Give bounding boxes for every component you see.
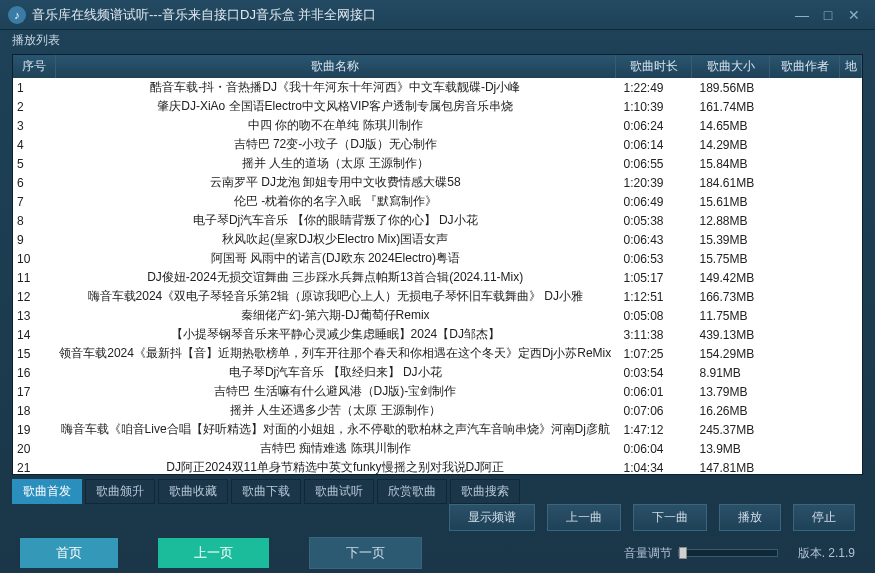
cell-author bbox=[770, 211, 840, 230]
table-row[interactable]: 16电子琴Dj汽车音乐 【取经归来】 DJ小花0:03:548.91MB bbox=[13, 363, 862, 382]
next-page-button[interactable]: 下一页 bbox=[309, 537, 422, 569]
minimize-button[interactable]: — bbox=[789, 5, 815, 25]
cell-size: 15.61MB bbox=[692, 192, 770, 211]
playback-controls: 显示频谱 上一曲 下一曲 播放 停止 bbox=[0, 501, 875, 533]
table-row[interactable]: 1酷音车载-抖・音热播DJ《我十年河东十年河西》中文车载靓碟-Dj小峰1:22:… bbox=[13, 78, 862, 97]
cell-size: 14.65MB bbox=[692, 116, 770, 135]
close-button[interactable]: ✕ bbox=[841, 5, 867, 25]
cell-size: 13.79MB bbox=[692, 382, 770, 401]
table-row[interactable]: 19嗨音车载《咱音Live合唱【好听精选】对面的小姐姐，永不停歇的歌柏林之声汽车… bbox=[13, 420, 862, 439]
table-row[interactable]: 15领音车载2024《最新抖【音】近期热歌榜单，列车开往那个春天和你相遇在这个冬… bbox=[13, 344, 862, 363]
tabs-row: 歌曲首发歌曲颁升歌曲收藏歌曲下载歌曲试听欣赏歌曲歌曲搜索 bbox=[0, 479, 875, 501]
cell-author bbox=[770, 344, 840, 363]
cell-author bbox=[770, 192, 840, 211]
cell-author bbox=[770, 382, 840, 401]
maximize-button[interactable]: □ bbox=[815, 5, 841, 25]
cell-index: 5 bbox=[13, 154, 55, 173]
table-row[interactable]: 8电子琴Dj汽车音乐 【你的眼睛背叛了你的心】 DJ小花0:05:3812.88… bbox=[13, 211, 862, 230]
cell-name: 嗨音车载《咱音Live合唱【好听精选】对面的小姐姐，永不停歇的歌柏林之声汽车音响… bbox=[55, 420, 616, 439]
cell-addr bbox=[840, 382, 862, 401]
cell-addr bbox=[840, 135, 862, 154]
col-name-header[interactable]: 歌曲名称 bbox=[55, 55, 616, 78]
cell-name: 秦细佬产幻-第六期-DJ葡萄仔Remix bbox=[55, 306, 616, 325]
cell-duration: 0:06:01 bbox=[616, 382, 692, 401]
tab-歌曲搜索[interactable]: 歌曲搜索 bbox=[450, 479, 520, 504]
cell-duration: 0:07:06 bbox=[616, 401, 692, 420]
cell-index: 15 bbox=[13, 344, 55, 363]
cell-size: 189.56MB bbox=[692, 78, 770, 97]
cell-addr bbox=[840, 116, 862, 135]
table-row[interactable]: 6云南罗平 DJ龙泡 卸姐专用中文收费情感大碟581:20:39184.61MB bbox=[13, 173, 862, 192]
tab-歌曲下载[interactable]: 歌曲下载 bbox=[231, 479, 301, 504]
cell-duration: 0:06:53 bbox=[616, 249, 692, 268]
col-addr-header[interactable]: 地 bbox=[840, 55, 862, 78]
cell-size: 15.75MB bbox=[692, 249, 770, 268]
cell-duration: 0:05:08 bbox=[616, 306, 692, 325]
cell-name: 阿国哥 风雨中的诺言(DJ欧东 2024Electro)粤语 bbox=[55, 249, 616, 268]
cell-author bbox=[770, 135, 840, 154]
col-size-header[interactable]: 歌曲大小 bbox=[692, 55, 770, 78]
table-row[interactable]: 4吉特巴 72变-小玟子（DJ版）无心制作0:06:1414.29MB bbox=[13, 135, 862, 154]
col-index-header[interactable]: 序号 bbox=[13, 55, 55, 78]
prev-track-button[interactable]: 上一曲 bbox=[547, 504, 621, 531]
cell-index: 9 bbox=[13, 230, 55, 249]
play-button[interactable]: 播放 bbox=[719, 504, 781, 531]
col-author-header[interactable]: 歌曲作者 bbox=[770, 55, 840, 78]
cell-name: 摇并 人生的道场（太原 王源制作） bbox=[55, 154, 616, 173]
show-spectrum-button[interactable]: 显示频谱 bbox=[449, 504, 535, 531]
next-track-button[interactable]: 下一曲 bbox=[633, 504, 707, 531]
cell-addr bbox=[840, 173, 862, 192]
cell-name: 电子琴Dj汽车音乐 【取经归来】 DJ小花 bbox=[55, 363, 616, 382]
cell-author bbox=[770, 78, 840, 97]
cell-name: 云南罗平 DJ龙泡 卸姐专用中文收费情感大碟58 bbox=[55, 173, 616, 192]
table-row[interactable]: 9秋风吹起(皇家DJ权少Electro Mix)国语女声0:06:4315.39… bbox=[13, 230, 862, 249]
cell-addr bbox=[840, 306, 862, 325]
tab-欣赏歌曲[interactable]: 欣赏歌曲 bbox=[377, 479, 447, 504]
stop-button[interactable]: 停止 bbox=[793, 504, 855, 531]
table-row[interactable]: 13秦细佬产幻-第六期-DJ葡萄仔Remix0:05:0811.75MB bbox=[13, 306, 862, 325]
volume-slider[interactable] bbox=[678, 549, 778, 557]
tab-歌曲收藏[interactable]: 歌曲收藏 bbox=[158, 479, 228, 504]
cell-size: 11.75MB bbox=[692, 306, 770, 325]
cell-author bbox=[770, 306, 840, 325]
cell-duration: 1:10:39 bbox=[616, 97, 692, 116]
table-row[interactable]: 12嗨音车载2024《双电子琴轻音乐第2辑（原谅我吧心上人）无损电子琴怀旧车载舞… bbox=[13, 287, 862, 306]
table-row[interactable]: 17吉特巴 生活嘛有什么避风港（DJ版)-宝剑制作0:06:0113.79MB bbox=[13, 382, 862, 401]
cell-author bbox=[770, 439, 840, 458]
table-row[interactable]: 18摇并 人生还遇多少苦（太原 王源制作）0:07:0616.26MB bbox=[13, 401, 862, 420]
cell-duration: 0:05:38 bbox=[616, 211, 692, 230]
table-row[interactable]: 20吉特巴 痴情难逃 陈琪川制作0:06:0413.9MB bbox=[13, 439, 862, 458]
cell-author bbox=[770, 230, 840, 249]
cell-index: 2 bbox=[13, 97, 55, 116]
cell-name: DJ阿正2024双11单身节精选中英文funky慢摇之别对我说DJ阿正 bbox=[55, 458, 616, 474]
tab-歌曲颁升[interactable]: 歌曲颁升 bbox=[85, 479, 155, 504]
cell-size: 16.26MB bbox=[692, 401, 770, 420]
volume-thumb[interactable] bbox=[679, 547, 687, 559]
table-row[interactable]: 3中四 你的吻不在单纯 陈琪川制作0:06:2414.65MB bbox=[13, 116, 862, 135]
cell-addr bbox=[840, 268, 862, 287]
playlist-scroll[interactable]: 序号 歌曲名称 歌曲时长 歌曲大小 歌曲作者 地 1酷音车载-抖・音热播DJ《我… bbox=[13, 55, 862, 474]
table-row[interactable]: 2肇庆DJ-XiAo 全国语Electro中文风格VIP客户透制专属包房音乐串烧… bbox=[13, 97, 862, 116]
table-row[interactable]: 7伦巴 -枕着你的名字入眠 『默寫制作》0:06:4915.61MB bbox=[13, 192, 862, 211]
cell-name: 吉特巴 72变-小玟子（DJ版）无心制作 bbox=[55, 135, 616, 154]
cell-name: 电子琴Dj汽车音乐 【你的眼睛背叛了你的心】 DJ小花 bbox=[55, 211, 616, 230]
col-duration-header[interactable]: 歌曲时长 bbox=[616, 55, 692, 78]
cell-index: 6 bbox=[13, 173, 55, 192]
cell-duration: 0:06:24 bbox=[616, 116, 692, 135]
table-row[interactable]: 21DJ阿正2024双11单身节精选中英文funky慢摇之别对我说DJ阿正1:0… bbox=[13, 458, 862, 474]
table-row[interactable]: 5摇并 人生的道场（太原 王源制作）0:06:5515.84MB bbox=[13, 154, 862, 173]
cell-size: 15.84MB bbox=[692, 154, 770, 173]
table-row[interactable]: 10阿国哥 风雨中的诺言(DJ欧东 2024Electro)粤语0:06:531… bbox=[13, 249, 862, 268]
cell-duration: 0:06:04 bbox=[616, 439, 692, 458]
tab-歌曲试听[interactable]: 歌曲试听 bbox=[304, 479, 374, 504]
tab-歌曲首发[interactable]: 歌曲首发 bbox=[12, 479, 82, 504]
prev-page-button[interactable]: 上一页 bbox=[158, 538, 269, 568]
cell-duration: 1:22:49 bbox=[616, 78, 692, 97]
cell-index: 18 bbox=[13, 401, 55, 420]
cell-index: 19 bbox=[13, 420, 55, 439]
cell-addr bbox=[840, 97, 862, 116]
table-row[interactable]: 14【小提琴钢琴音乐来平静心灵减少集虑睡眠】2024【DJ邹杰】3:11:384… bbox=[13, 325, 862, 344]
version-label: 版本. 2.1.9 bbox=[798, 545, 855, 562]
table-row[interactable]: 11DJ俊妞-2024无损交谊舞曲 三步踩水兵舞点帕斯13首合辑(2024.11… bbox=[13, 268, 862, 287]
home-page-button[interactable]: 首页 bbox=[20, 538, 118, 568]
